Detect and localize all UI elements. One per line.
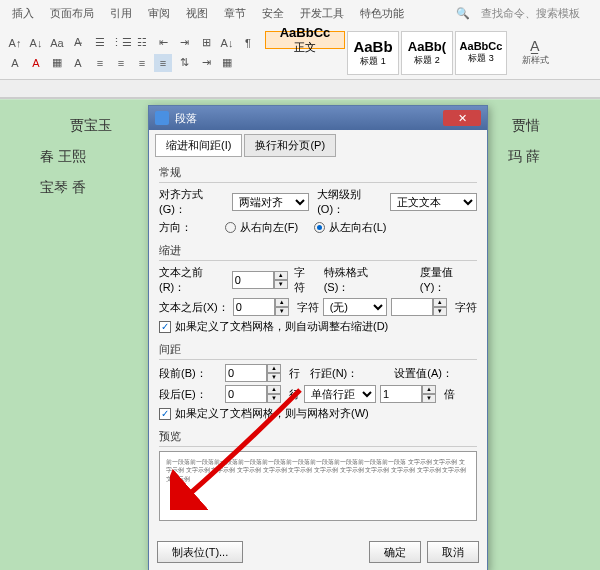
linespace-label: 行距(N)： [310,366,358,381]
ribbon-tabs: 插入 页面布局 引用 审阅 视图 章节 安全 开发工具 特色功能 🔍 查找命令、… [0,0,600,26]
border-icon[interactable]: ⊞ [197,34,215,52]
decrease-indent-icon[interactable]: ⇤ [154,34,172,52]
tab-icon[interactable]: ⇥ [197,54,215,72]
align-left-icon[interactable]: ≡ [91,54,109,72]
dir-ltr-radio[interactable] [314,222,325,233]
tab-view[interactable]: 视图 [178,6,216,21]
paragraph-mark-icon[interactable]: ¶ [239,34,257,52]
shading2-icon[interactable]: ▦ [218,54,236,72]
numbering-icon[interactable]: ⋮☰ [112,34,130,52]
preview-box: 前一段落前一段落前一段落前一段落前一段落前一段落前一段落前一段落前一段落前一段落… [159,451,477,521]
dialog-icon [155,111,169,125]
style-gallery: AaBbCc正文 AaBb标题 1 AaBb(标题 2 AaBbCc标题 3 [265,31,507,75]
dir-ltr-label: 从左向右(L) [329,220,386,235]
chk-grid-indent[interactable]: ✓ [159,321,171,333]
shading-icon[interactable]: ▦ [48,54,66,72]
after-text-input[interactable] [233,298,275,316]
unit-char: 字符 [294,265,315,295]
font-case-icon[interactable]: Aa [48,34,66,52]
cancel-button[interactable]: 取消 [427,541,479,563]
tab-references[interactable]: 引用 [102,6,140,21]
line-spacing-icon[interactable]: ⇅ [175,54,193,72]
tab-section[interactable]: 章节 [216,6,254,21]
setval-label: 设置值(A)： [394,366,453,381]
char-border-icon[interactable]: A [69,54,87,72]
align-select[interactable]: 两端对齐 [232,193,310,211]
special-label: 特殊格式(S)： [324,265,392,295]
tab-security[interactable]: 安全 [254,6,292,21]
tab-insert[interactable]: 插入 [4,6,42,21]
increase-indent-icon[interactable]: ⇥ [175,34,193,52]
direction-label: 方向： [159,220,221,235]
dir-rtl-label: 从右向左(F) [240,220,298,235]
clear-format-icon[interactable]: A̶ [69,34,87,52]
align-center-icon[interactable]: ≡ [112,54,130,72]
tab-special[interactable]: 特色功能 [352,6,412,21]
measure-input[interactable] [391,298,433,316]
outline-label: 大纲级别(O)： [317,187,386,217]
dir-rtl-radio[interactable] [225,222,236,233]
chk-grid-align[interactable]: ✓ [159,408,171,420]
tab-indent-spacing[interactable]: 缩进和间距(I) [155,134,242,157]
measure-label: 度量值(Y)： [420,265,477,295]
tab-layout[interactable]: 页面布局 [42,6,102,21]
tab-developer[interactable]: 开发工具 [292,6,352,21]
align-justify-icon[interactable]: ≡ [154,54,172,72]
special-select[interactable]: (无) [323,298,387,316]
before-text-label: 文本之前(R)： [159,265,228,295]
after-para-label: 段后(E)： [159,387,221,402]
font-grow-icon[interactable]: A↑ [6,34,24,52]
tab-review[interactable]: 审阅 [140,6,178,21]
new-style-button[interactable]: A̲新样式 [511,31,559,75]
paragraph-dialog: 段落 ✕ 缩进和间距(I) 换行和分页(P) 常规 对齐方式(G)： 两端对齐 … [148,105,488,570]
style-heading1[interactable]: AaBb标题 1 [347,31,399,75]
section-spacing: 间距 [159,340,477,360]
align-label: 对齐方式(G)： [159,187,228,217]
font-color-icon[interactable]: A [27,54,45,72]
font-shrink-icon[interactable]: A↓ [27,34,45,52]
linespace-select[interactable]: 单倍行距 [304,385,376,403]
dialog-title: 段落 [175,111,197,126]
style-heading2[interactable]: AaBb(标题 2 [401,31,453,75]
highlight-icon[interactable]: A [6,54,24,72]
spin-down[interactable]: ▼ [274,280,288,289]
align-right-icon[interactable]: ≡ [133,54,151,72]
section-indent: 缩进 [159,241,477,261]
before-para-label: 段前(B)： [159,366,221,381]
bullets-icon[interactable]: ☰ [91,34,109,52]
section-general: 常规 [159,163,477,183]
before-text-input[interactable] [232,271,274,289]
ok-button[interactable]: 确定 [369,541,421,563]
style-normal[interactable]: AaBbCc正文 [265,31,345,49]
tab-line-page-breaks[interactable]: 换行和分页(P) [244,134,336,157]
spin-up[interactable]: ▲ [274,271,288,280]
outline-select[interactable]: 正文文本 [390,193,477,211]
search-box[interactable]: 🔍 查找命令、搜索模板 [448,6,596,21]
before-para-input[interactable] [225,364,267,382]
after-text-label: 文本之后(X)： [159,300,229,315]
chk-grid-align-label: 如果定义了文档网格，则与网格对齐(W) [175,406,369,421]
after-para-input[interactable] [225,385,267,403]
style-heading3[interactable]: AaBbCc标题 3 [455,31,507,75]
setval-input[interactable] [380,385,422,403]
toolbar: A↑ A↓ Aa A̶ A A ▦ A ☰ ⋮☰ ☷ ⇤ ⇥ ≡ ≡ [0,26,600,80]
dialog-titlebar[interactable]: 段落 ✕ [149,106,487,130]
multilevel-icon[interactable]: ☷ [133,34,151,52]
close-button[interactable]: ✕ [443,110,481,126]
sort-icon[interactable]: A↓ [218,34,236,52]
section-preview: 预览 [159,427,477,447]
chk-grid-indent-label: 如果定义了文档网格，则自动调整右缩进(D) [175,319,388,334]
ruler[interactable] [0,80,600,98]
tabs-button[interactable]: 制表位(T)... [157,541,243,563]
